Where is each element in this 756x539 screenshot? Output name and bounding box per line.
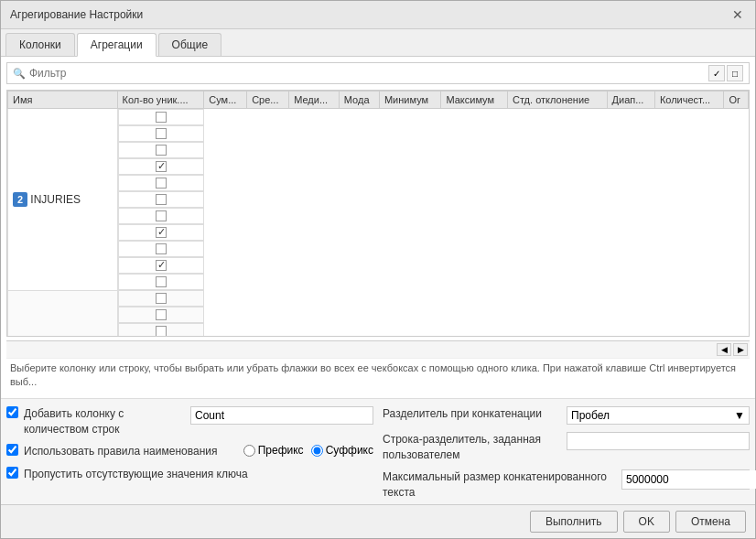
cell-count-1[interactable] [118, 257, 204, 274]
naming-rules-label: Использовать правила наименования [24, 444, 238, 459]
scroll-controls: ◀ ▶ [6, 340, 750, 358]
checkbox-range-1[interactable] [156, 243, 167, 254]
cell-median-1[interactable] [118, 158, 204, 175]
max-concat-row: Максимальный размер конкатенированного т… [383, 469, 750, 501]
add-column-label: Добавить колонку с количеством строк [24, 406, 185, 437]
col-header-avg[interactable]: Сре... [247, 92, 289, 109]
scroll-arrow-group: ◀ ▶ [717, 343, 748, 356]
window-title: Агрегирование Настройки [10, 8, 143, 21]
footer: Выполнить OK Отмена [1, 504, 755, 538]
cell-or-1[interactable] [118, 274, 204, 290]
cell-sum-1[interactable] [118, 125, 204, 142]
tab-columns[interactable]: Колонки [5, 33, 75, 56]
filter-input[interactable] [29, 67, 708, 80]
max-concat-label: Максимальный размер конкатенированного т… [383, 469, 616, 501]
user-separator-row: Строка-разделитель, заданная пользовател… [383, 432, 750, 463]
skip-missing-checkbox[interactable] [6, 467, 18, 479]
suffix-radio[interactable] [311, 445, 323, 457]
tab-general[interactable]: Общие [158, 33, 221, 56]
filter-buttons: ✓ □ [708, 65, 743, 81]
col-header-unique[interactable]: Кол-во уник.... [117, 92, 204, 109]
col-header-max[interactable]: Максимум [441, 92, 508, 109]
cell-min-1[interactable] [118, 191, 204, 208]
suffix-label: Суффикс [326, 444, 373, 457]
cell-unique-1[interactable] [118, 109, 204, 125]
filter-check-button[interactable]: ✓ [708, 65, 725, 81]
cell-stddev-1[interactable] [118, 224, 204, 241]
suffix-radio-label[interactable]: Суффикс [311, 444, 373, 457]
user-separator-input[interactable] [567, 432, 750, 450]
checkbox-avg-1[interactable] [156, 145, 167, 156]
scroll-left-button[interactable]: ◀ [717, 343, 731, 356]
checkbox-max-1[interactable] [156, 210, 167, 221]
col-header-sum[interactable]: Сум... [204, 92, 247, 109]
checkbox-unique-2[interactable] [156, 293, 167, 304]
add-column-input[interactable] [190, 406, 373, 425]
checkbox-sum-1[interactable] [156, 128, 167, 139]
naming-rules-checkbox[interactable] [6, 444, 18, 456]
col-header-mode[interactable]: Мода [339, 92, 379, 109]
dropdown-icon: ▼ [734, 409, 745, 422]
cell-avg-2[interactable] [118, 323, 204, 337]
add-column-checkbox[interactable] [6, 406, 18, 418]
checkbox-count-1[interactable] [156, 260, 167, 271]
col-header-stddev[interactable]: Стд. отклонение [508, 92, 608, 109]
ok-button[interactable]: OK [623, 511, 670, 533]
checkbox-or-1[interactable] [156, 276, 167, 287]
table-row: TIRE_MODEL [8, 290, 749, 337]
cell-avg-1[interactable] [118, 142, 204, 158]
radio-group: Префикс Суффикс [243, 444, 373, 457]
cell-range-1[interactable] [118, 241, 204, 257]
main-window: Агрегирование Настройки ✕ Колонки Агрега… [0, 0, 756, 539]
checkbox-mode-1[interactable] [156, 178, 167, 189]
concat-separator-label: Разделитель при конкатенации [383, 406, 561, 422]
checkbox-min-1[interactable] [156, 194, 167, 205]
aggregation-table: Имя Кол-во уник.... Сум... Сре... Меди..… [6, 90, 750, 337]
checkbox-avg-2[interactable] [156, 326, 167, 337]
col-header-or[interactable]: Or [724, 92, 749, 109]
prefix-radio[interactable] [243, 445, 255, 457]
close-button[interactable]: ✕ [729, 6, 746, 23]
col-header-range[interactable]: Диап... [607, 92, 654, 109]
execute-button[interactable]: Выполнить [530, 511, 618, 533]
checkbox-unique-1[interactable] [156, 112, 167, 123]
titlebar: Агрегирование Настройки ✕ [1, 1, 755, 29]
col-header-median[interactable]: Меди... [289, 92, 340, 109]
row-name: INJURIES [30, 193, 81, 206]
tab-content: 🔍 ✓ □ Имя Кол-во уник.... Сум... Сре... … [1, 57, 755, 398]
naming-rules-row: Использовать правила наименования Префик… [6, 444, 373, 459]
row-icon-number: 2 [13, 192, 27, 207]
search-icon: 🔍 [13, 68, 26, 80]
info-text: Выберите колонку или строку, чтобы выбра… [6, 358, 750, 393]
cancel-button[interactable]: Отмена [675, 511, 746, 533]
cell-max-1[interactable] [118, 208, 204, 224]
add-column-row: Добавить колонку с количеством строк [6, 406, 373, 437]
prefix-label: Префикс [258, 444, 304, 457]
row-name-cell: 2 INJURIES [8, 109, 118, 291]
row-name-cell-2: TIRE_MODEL [8, 290, 118, 337]
filter-row: 🔍 ✓ □ [6, 62, 750, 84]
filter-clear-button[interactable]: □ [727, 65, 743, 81]
max-concat-spinner: ▲ ▼ [621, 469, 750, 490]
table-header-row: Имя Кол-во уник.... Сум... Сре... Меди..… [8, 92, 749, 109]
cell-unique-2[interactable] [118, 290, 204, 307]
col-header-name[interactable]: Имя [8, 92, 118, 109]
concat-separator-select[interactable]: Пробел ▼ [567, 406, 750, 425]
col-header-min[interactable]: Минимум [379, 92, 440, 109]
checkbox-sum-2[interactable] [156, 309, 167, 320]
cell-mode-1[interactable] [118, 175, 204, 191]
right-options: Разделитель при конкатенации Пробел ▼ Ст… [383, 406, 750, 501]
scroll-right-button[interactable]: ▶ [733, 343, 748, 356]
cell-sum-2[interactable] [118, 307, 204, 323]
prefix-radio-label[interactable]: Префикс [243, 444, 304, 457]
skip-missing-label: Пропустить отсутствующие значения ключа [24, 467, 373, 482]
tab-aggregations[interactable]: Агрегации [77, 33, 157, 57]
table-row: 2 INJURIES [8, 109, 749, 291]
checkbox-stddev-1[interactable] [156, 227, 167, 238]
col-header-count[interactable]: Количест... [654, 92, 724, 109]
max-concat-input[interactable] [622, 470, 756, 489]
concat-separator-row: Разделитель при конкатенации Пробел ▼ [383, 406, 750, 425]
checkbox-median-1[interactable] [156, 161, 167, 172]
left-options: Добавить колонку с количеством строк Исп… [6, 406, 373, 501]
concat-separator-value: Пробел [571, 409, 610, 422]
